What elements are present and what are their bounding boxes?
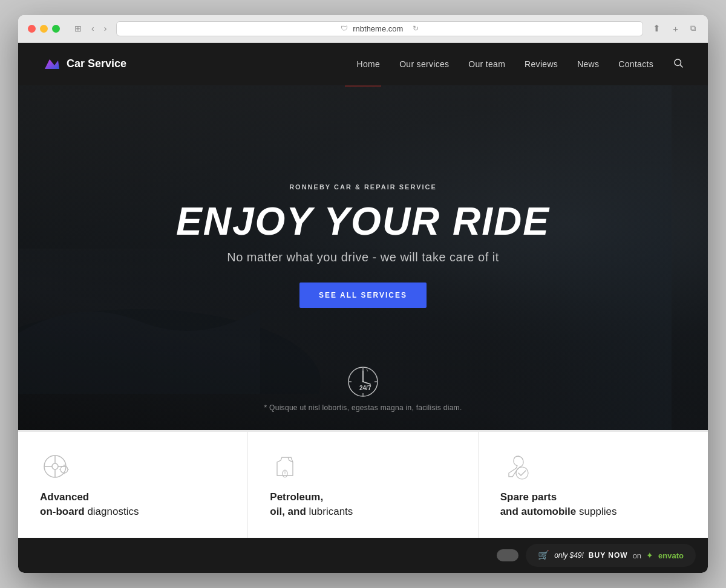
on-label: on [633,551,641,560]
dot-close[interactable] [28,25,36,33]
hero-subtitle: RONNEBY CAR & REPAIR SERVICE [176,183,550,191]
oil-icon [270,451,300,482]
back-btn[interactable]: ‹ [89,22,97,34]
dot-maximize[interactable] [52,25,60,33]
nav-services[interactable]: Our services [399,59,449,69]
hero-title: ENJOY YOUR RIDE [176,201,550,242]
dot-minimize[interactable] [40,25,48,33]
platform-name: envato [658,551,684,560]
search-button[interactable] [673,57,684,71]
share-btn[interactable]: ⬆ [650,22,663,35]
hero-content: RONNEBY CAR & REPAIR SERVICE ENJOY YOUR … [176,183,550,308]
hero-bottom: 24/7 * Quisque ut nisl lobortis, egestas… [264,365,462,412]
svg-line-5 [363,382,370,384]
service-card-diagnostics: Advanced on-board diagnostics [18,432,248,538]
new-tab-btn[interactable]: + [670,22,681,35]
windows-btn[interactable]: ⧉ [688,22,698,35]
service-card-spare-parts: Spare parts and automobile supplies [479,432,708,538]
nav-news[interactable]: News [577,59,599,69]
shield-icon: 🛡 [341,24,348,33]
browser-dots [28,25,60,33]
forward-btn[interactable]: › [102,22,110,34]
browser-titlebar: ⊞ ‹ › 🛡 rnbtheme.com ↻ ⬆ + ⧉ [18,15,708,43]
nav-team[interactable]: Our team [468,59,505,69]
logo-icon [42,54,62,74]
nav-reviews[interactable]: Reviews [525,59,558,69]
cart-icon: 🛒 [538,550,549,561]
browser-actions: ⬆ + ⧉ [650,22,698,35]
hero-footnote: * Quisque ut nisl lobortis, egestas magn… [264,403,462,412]
service-card-petroleum: Petroleum, oil, and lubricants [248,432,478,538]
price-text: only $49! [554,551,584,560]
svg-line-10 [367,369,368,371]
clock-icon: 24/7 [346,365,380,399]
buy-bar: 🛒 only $49! BUY NOW on ✦ envato [18,538,708,573]
logo-text: Car Service [67,57,126,70]
sidebar-toggle-btn[interactable]: ⊞ [72,22,84,34]
buy-label: BUY NOW [589,551,628,560]
address-bar[interactable]: 🛡 rnbtheme.com ↻ [116,21,643,36]
buy-now-button[interactable]: 🛒 only $49! BUY NOW on ✦ envato [526,544,696,567]
browser-controls: ⊞ ‹ › [72,22,109,34]
service-title-diagnostics: Advanced on-board diagnostics [40,490,226,519]
svg-point-0 [675,59,681,66]
parts-icon [500,451,531,482]
site-nav: Home Our services Our team Reviews News … [357,57,684,71]
wheel-icon [40,451,70,482]
refresh-icon: ↻ [413,24,419,33]
svg-line-1 [680,65,682,67]
url-text: rnbtheme.com [353,24,403,33]
buy-toggle[interactable] [497,549,518,561]
service-title-spare-parts: Spare parts and automobile supplies [500,490,686,519]
svg-point-24 [516,467,528,479]
site-content: Car Service Home Our services Our team R… [18,43,708,573]
nav-home[interactable]: Home [357,59,381,69]
service-title-petroleum: Petroleum, oil, and lubricants [270,490,456,519]
site-header: Car Service Home Our services Our team R… [18,43,708,85]
nav-contacts[interactable]: Contacts [618,59,653,69]
svg-point-13 [52,463,58,469]
hero-tagline: No matter what you drive - we will take … [176,250,550,264]
site-logo[interactable]: Car Service [42,54,126,74]
svg-text:24/7: 24/7 [359,385,371,391]
browser-window: ⊞ ‹ › 🛡 rnbtheme.com ↻ ⬆ + ⧉ [18,15,708,573]
envato-icon: ✦ [646,550,653,560]
services-section: Advanced on-board diagnostics Petroleum,… [18,430,708,538]
hero-section: RONNEBY CAR & REPAIR SERVICE ENJOY YOUR … [18,85,708,430]
hero-cta-button[interactable]: SEE ALL SERVICES [299,283,427,308]
